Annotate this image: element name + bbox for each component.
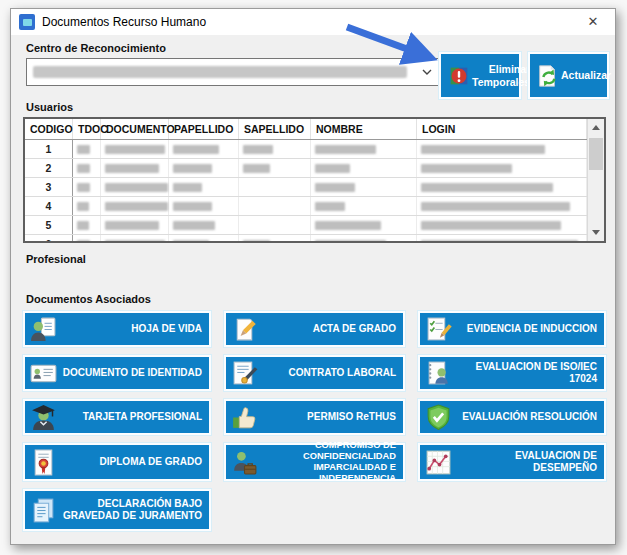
- users-table-scrollbar[interactable]: [587, 119, 604, 241]
- person-briefcase-icon: [230, 448, 259, 477]
- thumbs-up-icon: [230, 403, 259, 432]
- doc-button-label: EVALUACION DE ISO/IEC 17024: [456, 361, 597, 385]
- evaluacion-de-desempeno-button[interactable]: EVALUACION DE DESEMPEÑO: [418, 443, 606, 481]
- column-header[interactable]: TDOC: [73, 119, 101, 139]
- redacted-cell: [417, 197, 587, 215]
- redacted-cell: [311, 216, 417, 234]
- usuarios-label: Usuarios: [26, 101, 73, 113]
- id-card-icon: [29, 359, 58, 388]
- row-codigo: 5: [25, 216, 73, 234]
- column-header[interactable]: PAPELLIDO: [169, 119, 239, 139]
- table-row[interactable]: 3: [25, 178, 604, 197]
- redacted-combo-value: [33, 66, 407, 78]
- redacted-cell: [311, 140, 417, 158]
- graduate-icon: [29, 403, 58, 432]
- compromiso-confidencialidad-button[interactable]: COMPROMISO DE CONFIDENCIALIDAD IMPARCIAL…: [224, 443, 405, 481]
- redacted-cell: [239, 235, 311, 243]
- redacted-cell: [169, 140, 239, 158]
- double-documents-icon: [29, 496, 58, 525]
- redacted-cell: [169, 197, 239, 215]
- redacted-cell: [73, 197, 101, 215]
- table-row[interactable]: 5: [25, 216, 604, 235]
- table-row[interactable]: 6: [25, 235, 604, 243]
- tarjeta-profesional-button[interactable]: TARJETA PROFESIONAL: [23, 399, 211, 435]
- redacted-cell: [101, 216, 169, 234]
- eliminar-temporales-button[interactable]: Eliminar Temporales: [439, 52, 521, 99]
- page-pencil-icon: [230, 315, 259, 344]
- hoja-de-vida-button[interactable]: HOJA DE VIDA: [23, 311, 211, 347]
- actualizar-label: Actualizar: [561, 69, 611, 82]
- row-codigo: 1: [25, 140, 73, 158]
- documentos-asociados-label: Documentos Asociados: [26, 293, 151, 305]
- redacted-cell: [311, 178, 417, 196]
- permiso-rethus-button[interactable]: PERMISO ReTHUS: [224, 399, 405, 435]
- doc-button-label: EVALUACION DE DESEMPEÑO: [456, 450, 597, 474]
- app-icon: [19, 14, 35, 30]
- redacted-cell: [73, 216, 101, 234]
- doc-button-label: DECLARACIÓN BAJO GRAVEDAD DE JURAMENTO: [61, 498, 202, 522]
- table-row[interactable]: 4: [25, 197, 604, 216]
- column-header[interactable]: LOGIN: [417, 119, 587, 139]
- doc-button-label: EVALUACIÓN RESOLUCIÓN: [456, 411, 597, 423]
- redacted-cell: [417, 159, 587, 177]
- redacted-cell: [73, 178, 101, 196]
- doc-button-label: EVIDENCIA DE INDUCCION: [456, 323, 597, 335]
- centro-reconocimiento-label: Centro de Reconocimiento: [26, 42, 166, 54]
- redacted-cell: [101, 197, 169, 215]
- evaluacion-iso-iec-17024-button[interactable]: EVALUACION DE ISO/IEC 17024: [418, 355, 606, 391]
- redacted-cell: [239, 140, 311, 158]
- declaracion-juramento-button[interactable]: DECLARACIÓN BAJO GRAVEDAD DE JURAMENTO: [23, 489, 211, 531]
- acta-de-grado-button[interactable]: ACTA DE GRADO: [224, 311, 405, 347]
- redacted-cell: [101, 159, 169, 177]
- doc-button-label: HOJA DE VIDA: [61, 323, 202, 335]
- evaluacion-resolucion-button[interactable]: EVALUACIÓN RESOLUCIÓN: [418, 399, 606, 435]
- redacted-cell: [311, 159, 417, 177]
- shield-check-icon: [424, 403, 453, 432]
- row-codigo: 3: [25, 178, 73, 196]
- contrato-laboral-button[interactable]: CONTRATO LABORAL: [224, 355, 405, 391]
- diploma-seal-icon: [29, 448, 58, 477]
- redacted-cell: [417, 178, 587, 196]
- redacted-cell: [239, 159, 311, 177]
- table-row[interactable]: 2: [25, 159, 604, 178]
- checklist-pencil-icon: [424, 315, 453, 344]
- redacted-cell: [239, 216, 311, 234]
- redacted-cell: [169, 235, 239, 243]
- redacted-cell: [73, 235, 101, 243]
- table-row[interactable]: 1: [25, 140, 604, 159]
- doc-button-label: TARJETA PROFESIONAL: [61, 411, 202, 423]
- row-codigo: 6: [25, 235, 73, 243]
- documento-de-identidad-button[interactable]: DOCUMENTO DE IDENTIDAD: [23, 355, 211, 391]
- scroll-up-icon[interactable]: [588, 119, 604, 136]
- column-header[interactable]: NOMBRE: [311, 119, 417, 139]
- column-header[interactable]: SAPELLIDO: [239, 119, 311, 139]
- close-icon[interactable]: ✕: [577, 10, 609, 33]
- redacted-cell: [417, 140, 587, 158]
- users-table-header: CODIGOTDOCDOCUMENTOPAPELLIDOSAPELLIDONOM…: [25, 119, 604, 140]
- scrollbar-thumb[interactable]: [589, 138, 603, 170]
- redacted-cell: [101, 178, 169, 196]
- redacted-cell: [73, 159, 101, 177]
- person-document-icon: [29, 315, 58, 344]
- column-header[interactable]: CODIGO: [25, 119, 73, 139]
- doc-button-label: DOCUMENTO DE IDENTIDAD: [61, 367, 202, 379]
- redacted-cell: [169, 159, 239, 177]
- centro-reconocimiento-select[interactable]: [26, 58, 440, 86]
- redacted-cell: [311, 235, 417, 243]
- profesional-label: Profesional: [26, 253, 86, 265]
- row-codigo: 2: [25, 159, 73, 177]
- redacted-cell: [169, 178, 239, 196]
- warning-icon: [446, 63, 472, 89]
- title-bar[interactable]: Documentos Recurso Humano ✕: [11, 9, 615, 35]
- column-header[interactable]: DOCUMENTO: [101, 119, 169, 139]
- diploma-de-grado-button[interactable]: DIPLOMA DE GRADO: [23, 443, 211, 481]
- line-chart-icon: [424, 448, 453, 477]
- actualizar-button[interactable]: Actualizar: [528, 52, 609, 99]
- row-codigo: 4: [25, 197, 73, 215]
- evidencia-de-induccion-button[interactable]: EVIDENCIA DE INDUCCION: [418, 311, 606, 347]
- redacted-cell: [73, 140, 101, 158]
- documents-grid: HOJA DE VIDA ACTA DE GRADO: [23, 311, 606, 531]
- notebook-person-icon: [424, 359, 453, 388]
- scroll-down-icon[interactable]: [588, 224, 604, 241]
- refresh-document-icon: [535, 63, 561, 89]
